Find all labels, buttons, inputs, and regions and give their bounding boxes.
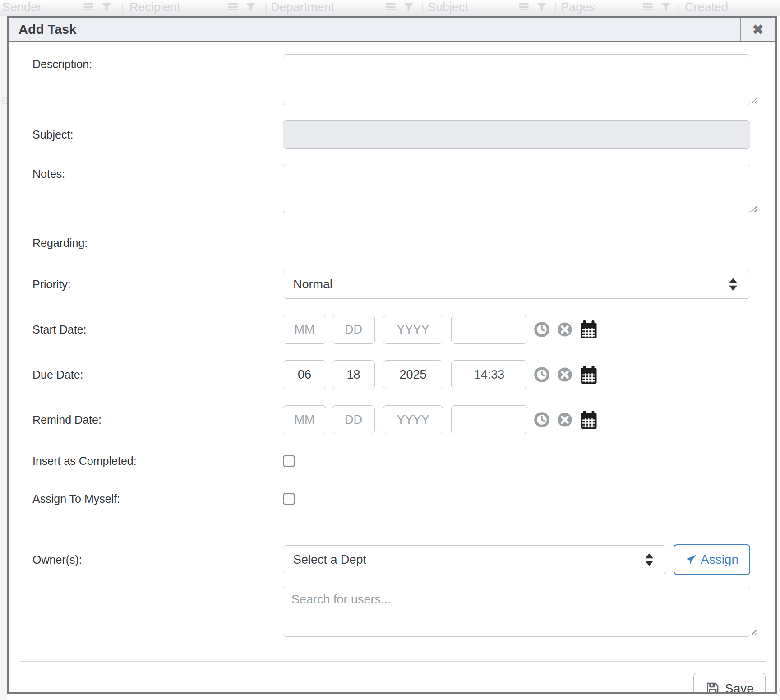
bg-sort-filter-icons	[228, 3, 256, 11]
remind-day-input[interactable]	[332, 405, 375, 434]
bg-column-pages: Pages	[561, 0, 595, 14]
bg-sort-filter-icons	[643, 3, 671, 11]
department-selected-value: Select a Dept	[293, 553, 366, 567]
sort-menu-icon	[83, 3, 93, 10]
priority-selected-value: Normal	[293, 278, 332, 292]
resize-handle[interactable]	[750, 628, 757, 635]
remind-month-input[interactable]	[283, 405, 326, 434]
filter-funnel-icon	[246, 3, 256, 11]
insert-completed-label: Insert as Completed:	[32, 454, 283, 468]
start-time-input[interactable]	[451, 315, 527, 344]
calendar-icon	[580, 365, 598, 384]
department-select[interactable]: Select a Dept	[283, 545, 666, 574]
insert-completed-checkbox[interactable]	[283, 455, 295, 467]
background-right-margin	[777, 16, 780, 700]
due-date-calendar-button[interactable]	[580, 365, 598, 384]
bg-column-subject: Subject	[428, 0, 468, 14]
assign-button[interactable]: Assign	[674, 544, 750, 575]
clear-circle-icon	[557, 412, 572, 427]
start-year-input[interactable]	[383, 315, 443, 344]
description-label: Description:	[32, 54, 283, 105]
bg-sort-filter-icons	[83, 3, 111, 11]
due-year-input[interactable]	[383, 360, 443, 389]
filter-funnel-icon	[661, 3, 671, 11]
start-date-calendar-button[interactable]	[580, 320, 598, 339]
start-month-input[interactable]	[283, 315, 326, 344]
remind-time-input[interactable]	[451, 405, 527, 434]
calendar-icon	[580, 320, 598, 339]
due-time-input[interactable]	[451, 360, 527, 389]
assign-myself-checkbox[interactable]	[283, 493, 295, 505]
due-date-clear-button[interactable]	[557, 367, 572, 382]
priority-label: Priority:	[32, 278, 283, 291]
filter-funnel-icon	[404, 3, 414, 11]
bg-column-separator: |	[421, 0, 424, 14]
dialog-title: Add Task	[9, 18, 740, 41]
assign-button-label: Assign	[701, 552, 738, 567]
notes-row: Notes:	[32, 164, 759, 213]
assign-myself-row: Assign To Myself:	[32, 491, 759, 506]
select-chevron-icon	[728, 278, 738, 291]
subject-label: Subject:	[32, 128, 283, 141]
resize-handle[interactable]	[750, 96, 757, 103]
calendar-icon	[580, 410, 598, 429]
bg-sort-filter-icons	[519, 3, 547, 11]
start-time-picker-button[interactable]	[534, 321, 550, 338]
bg-column-separator: |	[121, 0, 124, 14]
description-textarea[interactable]	[283, 54, 750, 105]
bg-column-separator: |	[554, 0, 557, 14]
priority-select[interactable]: Normal	[283, 270, 750, 299]
start-day-input[interactable]	[332, 315, 375, 344]
start-date-label: Start Date:	[32, 323, 283, 336]
floppy-disk-icon	[705, 681, 720, 694]
close-icon: ✖	[752, 22, 763, 37]
insert-completed-row: Insert as Completed:	[32, 453, 759, 468]
user-search-spacer	[32, 586, 283, 637]
background-left-margin: e	[0, 16, 7, 700]
remind-date-clear-button[interactable]	[557, 412, 572, 427]
bg-sort-filter-icons	[386, 3, 414, 11]
footer-divider	[20, 661, 766, 662]
notes-textarea[interactable]	[283, 164, 750, 213]
assign-myself-label: Assign To Myself:	[32, 492, 283, 505]
close-button[interactable]: ✖	[740, 18, 775, 41]
select-chevron-icon	[644, 553, 654, 566]
sort-menu-icon	[386, 3, 396, 10]
remind-date-row: Remind Date:	[32, 405, 759, 434]
remind-year-input[interactable]	[383, 405, 443, 434]
user-search-row	[32, 586, 759, 637]
regarding-row: Regarding:	[32, 236, 759, 251]
sort-menu-icon	[643, 3, 653, 10]
bg-column-department: Department	[271, 0, 334, 14]
due-day-input[interactable]	[332, 360, 375, 389]
start-date-clear-button[interactable]	[557, 322, 572, 337]
bg-column-separator: |	[264, 0, 268, 14]
sort-menu-icon	[519, 3, 529, 10]
clock-icon	[534, 366, 550, 383]
owners-row: Owner(s): Select a Dept Assign	[32, 544, 759, 575]
remind-time-picker-button[interactable]	[534, 412, 550, 428]
bg-column-separator: |	[677, 0, 680, 14]
description-row: Description:	[32, 54, 759, 105]
subject-row: Subject:	[32, 120, 759, 149]
bg-column-created: Created	[685, 0, 728, 14]
save-button[interactable]: Save	[693, 673, 766, 694]
sort-menu-icon	[228, 3, 238, 10]
clock-icon	[534, 412, 550, 428]
clock-icon	[534, 321, 550, 338]
notes-label: Notes:	[32, 164, 283, 213]
dialog-header: Add Task ✖	[9, 18, 775, 42]
due-time-picker-button[interactable]	[534, 366, 550, 383]
bg-column-recipient: Recipient	[129, 0, 180, 14]
due-month-input[interactable]	[283, 360, 326, 389]
resize-handle[interactable]	[750, 204, 757, 212]
remind-date-label: Remind Date:	[32, 413, 283, 426]
save-button-label: Save	[725, 681, 754, 694]
due-date-label: Due Date:	[32, 368, 283, 381]
start-date-row: Start Date:	[32, 315, 759, 344]
subject-input	[283, 120, 750, 149]
remind-date-calendar-button[interactable]	[580, 410, 598, 429]
bg-column-sender: Sender	[2, 0, 42, 14]
user-search-textarea[interactable]	[283, 586, 750, 637]
background-grid-header: Sender Recipient Department Subject Page…	[0, 0, 780, 16]
